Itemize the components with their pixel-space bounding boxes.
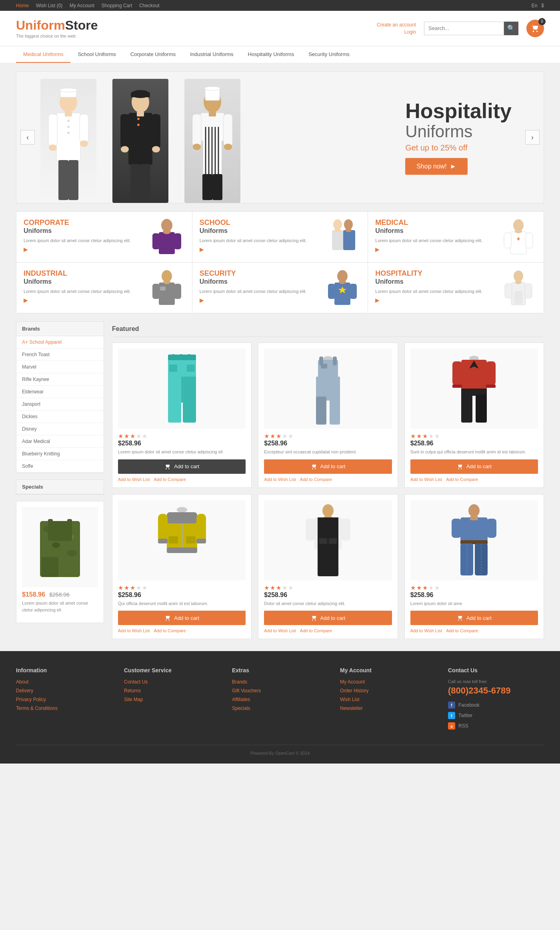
svg-rect-105 [333,357,337,365]
wish-list-link-6[interactable]: Add to Wish List [264,628,296,633]
language-selector[interactable]: En [532,3,538,8]
footer-my-account[interactable]: My Account [340,679,436,685]
wish-list-link-3[interactable]: Add to Wish List [410,477,442,482]
compare-link-6[interactable]: Add to Compare [300,628,332,633]
add-to-cart-btn-3[interactable]: Add to cart [410,459,538,474]
footer-newsletter[interactable]: Newsletter [340,706,436,711]
nav-security[interactable]: Security Uniforms [301,46,357,63]
footer-facebook[interactable]: f Facebook [448,702,544,709]
footer-privacy[interactable]: Privacy Policy [16,697,112,702]
main-nav: Medical Uniforms School Uniforms Corpora… [0,46,560,63]
compare-link-1[interactable]: Add to Compare [154,477,186,482]
topbar-account[interactable]: My Account [70,3,94,8]
compare-link-2[interactable]: Add to Compare [300,477,332,482]
nav-industrial[interactable]: Industrial Uniforms [183,46,240,63]
logo[interactable]: UniformStore The biggest choice on the w… [16,18,98,38]
footer-wish-list[interactable]: Wish List [340,697,436,702]
cart-button[interactable]: 0 [526,20,544,37]
svg-rect-50 [332,230,344,250]
wish-list-link-2[interactable]: Add to Wish List [264,477,296,482]
hero-prev-button[interactable]: ‹ [20,130,35,144]
brand-item-0[interactable]: A+ School Apparel [16,336,104,349]
footer-delivery[interactable]: Delivery [16,688,112,693]
sidebar-product-desc: Lorem ipsum dolor sit amet conse ctetur … [22,600,98,613]
brand-item-6[interactable]: Dickies [16,411,104,423]
footer-order-history[interactable]: Order History [340,688,436,693]
footer-rss[interactable]: ⏚ RSS [448,722,544,730]
hero-figure-3 [184,79,240,203]
cat-industrial[interactable]: INDUSTRIALUniforms Lorem ipsum dolor sit… [16,263,192,313]
svg-point-78 [515,280,522,284]
add-to-cart-btn-7[interactable]: Add to cart [410,611,538,625]
footer-affiliates[interactable]: Affiliates [232,697,328,702]
brand-item-2[interactable]: Marvel [16,361,104,373]
search-button[interactable]: 🔍 [504,22,518,35]
currency-selector[interactable]: $ [541,3,544,8]
topbar: Home Wish List (0) My Account Shopping C… [0,0,560,11]
brand-item-5[interactable]: Jansport [16,398,104,411]
svg-rect-41 [209,112,216,116]
brand-item-9[interactable]: Blueberry Knitting [16,448,104,460]
product-stars-3: ★★★★★ [410,433,538,440]
wish-list-link-5[interactable]: Add to Wish List [118,628,150,633]
cat-hospitality[interactable]: HOSPITALITYUniforms Lorem ipsum dolor si… [368,263,544,313]
topbar-checkout[interactable]: Checkout [139,3,160,8]
cat-medical[interactable]: MEDICALUniforms Lorem ipsum dolor sit am… [368,212,544,262]
search-input[interactable] [424,22,504,35]
nav-hospitality[interactable]: Hospitality Uniforms [241,46,302,63]
footer-account-title: My Account [340,667,436,673]
add-to-cart-btn-2[interactable]: Add to cart [264,459,392,474]
cat-school[interactable]: SCHOOLUniforms Lorem ipsum dolor sit ame… [192,212,368,262]
brand-item-3[interactable]: Rifle Kaynee [16,373,104,386]
footer-contact[interactable]: Contact Us [124,679,220,685]
brand-item-8[interactable]: Adar Medical [16,435,104,448]
add-to-cart-btn-6[interactable]: Add to cart [264,611,392,625]
brand-item-10[interactable]: Soffe [16,460,104,473]
footer-extras-title: Extras [232,667,328,673]
nav-medical[interactable]: Medical Uniforms [16,46,70,63]
footer-extras: Extras Brands Gift Vouchers Affiliates S… [232,667,328,733]
footer-twitter[interactable]: t Twitter [448,712,544,719]
compare-link-5[interactable]: Add to Compare [154,628,186,633]
footer-specials[interactable]: Specials [232,706,328,711]
topbar-cart[interactable]: Shopping Cart [102,3,132,8]
header-right: Create an account Login 🔍 0 [377,20,544,37]
add-to-cart-btn-5[interactable]: Add to cart [118,611,246,625]
logo-part1: Uniform [16,18,65,32]
brand-item-7[interactable]: Disney [16,423,104,435]
topbar-wishlist[interactable]: Wish List (0) [36,3,63,8]
product-card-6: ★★★★★ $258.96 Dolor sit amet conse ctetu… [258,494,398,639]
svg-rect-89 [67,519,72,531]
wish-list-link-7[interactable]: Add to Wish List [410,628,442,633]
svg-rect-101 [187,365,195,372]
compare-link-3[interactable]: Add to Compare [446,477,478,482]
sidebar-sale-price: $158.96 [22,591,45,598]
nav-school[interactable]: School Uniforms [70,46,123,63]
create-account-link[interactable]: Create an account [377,22,416,28]
cat-corporate[interactable]: CORPORATEUniforms Lorem ipsum dolor sit … [16,212,192,262]
svg-rect-118 [476,395,487,423]
brand-item-1[interactable]: French Toast [16,349,104,361]
svg-rect-57 [504,233,511,248]
footer-brands[interactable]: Brands [232,679,328,685]
footer-returns[interactable]: Returns [124,688,220,693]
hero-shop-now-button[interactable]: Shop now! ► [405,158,467,175]
hero-next-button[interactable]: › [525,130,540,144]
brand-item-4[interactable]: Elderwear [16,386,104,398]
topbar-home[interactable]: Home [16,3,29,8]
medical-img [502,219,534,255]
featured-title: Featured [112,321,544,337]
chef-stripe-svg [190,87,234,203]
svg-rect-43 [212,174,222,200]
compare-link-7[interactable]: Add to Compare [446,628,478,633]
footer-about[interactable]: About [16,679,112,685]
add-to-cart-btn-1[interactable]: Add to cart [118,459,246,474]
nav-corporate[interactable]: Corporate Uniforms [123,46,183,63]
footer: Information About Delivery Privacy Polic… [0,651,560,764]
login-link[interactable]: Login [404,29,416,35]
cat-security[interactable]: SECURITYUniforms Lorem ipsum dolor sit a… [192,263,368,313]
footer-sitemap[interactable]: Site Map [124,697,220,702]
footer-terms[interactable]: Terms & Conditions [16,706,112,711]
wish-list-link-1[interactable]: Add to Wish List [118,477,150,482]
footer-vouchers[interactable]: Gift Vouchers [232,688,328,693]
